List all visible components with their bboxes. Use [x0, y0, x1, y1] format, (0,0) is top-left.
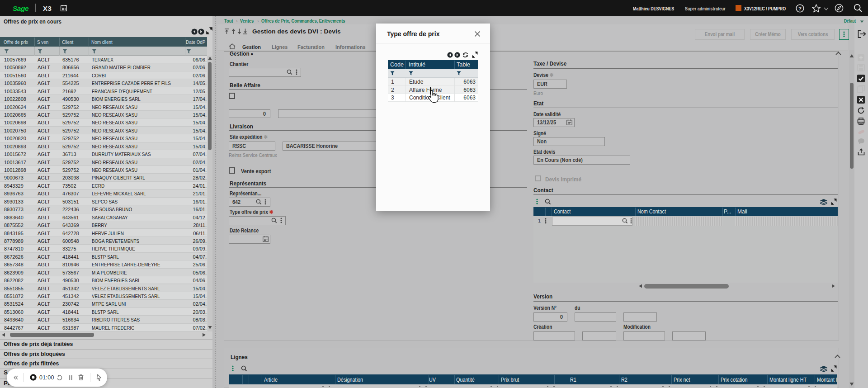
svg-text:Sage: Sage [13, 5, 29, 12]
svg-text:?: ? [798, 6, 802, 11]
